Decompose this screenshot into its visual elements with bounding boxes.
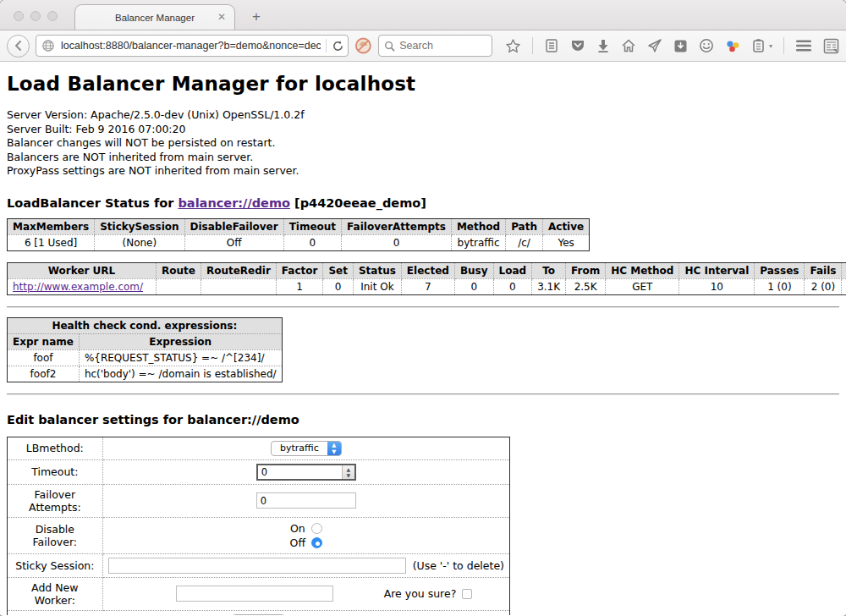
health-check-row-foof2: foof2 hc('body') =~ /domain is establish… xyxy=(8,366,283,382)
bookmark-star-icon[interactable] xyxy=(505,38,521,54)
cell-hc-method: GET xyxy=(606,278,679,294)
cell-elected: 7 xyxy=(401,278,454,294)
radio-on-label: On xyxy=(290,521,305,536)
container-icon[interactable] xyxy=(752,38,765,53)
timeout-input[interactable] xyxy=(258,465,342,479)
container-dropdown-caret[interactable]: ▾ xyxy=(769,42,772,50)
home-icon[interactable] xyxy=(621,38,636,53)
health-check-table: Health check cond. expressions: Expr nam… xyxy=(7,317,283,382)
loadbalancer-status-heading: LoadBalancer Status for balancer://demo … xyxy=(7,196,839,210)
persist-notice-line: Balancer changes will NOT be persisted o… xyxy=(7,136,839,151)
cell-maxmembers: 6 [1 Used] xyxy=(8,234,95,250)
submit-button[interactable]: Submit xyxy=(232,614,285,616)
pocket-icon[interactable] xyxy=(570,38,585,53)
col-fails: Fails xyxy=(805,262,842,278)
balancer-status-row: 6 [1 Used] (None) Off 0 0 bytraffic /c/ … xyxy=(8,234,590,250)
back-button[interactable] xyxy=(7,35,30,58)
col-passes: Passes xyxy=(755,262,805,278)
cell-path: /c/ xyxy=(506,234,543,250)
timeout-label: Timeout: xyxy=(8,459,103,484)
page-title: Load Balancer Manager for localhost xyxy=(7,73,839,95)
balancer-demo-link[interactable]: balancer://demo xyxy=(178,196,290,210)
disable-failover-label: Disable Failover: xyxy=(8,517,103,553)
reload-icon[interactable] xyxy=(332,40,344,52)
download-icon[interactable] xyxy=(596,39,610,52)
cell-busy: 0 xyxy=(454,278,493,294)
new-tab-button[interactable]: + xyxy=(247,8,266,25)
are-you-sure-checkbox[interactable] xyxy=(462,589,472,599)
health-check-row-foof: foof %{REQUEST_STATUS} =~ /^[234]/ xyxy=(8,349,283,366)
col-hc-uri: HC uri xyxy=(842,262,846,278)
lbmethod-select[interactable]: bytraffic ▲▼ xyxy=(271,441,342,456)
failover-attempts-row: Failover Attempts: xyxy=(8,484,510,517)
blocked-extension-icon[interactable] xyxy=(354,36,372,55)
col-set: Set xyxy=(323,262,354,278)
window-zoom-button[interactable] xyxy=(47,11,58,21)
worker-header-row: Worker URL Route RouteRedir Factor Set S… xyxy=(8,262,846,278)
col-timeout: Timeout xyxy=(283,218,341,234)
proxypass-notice-line: ProxyPass settings are NOT inherited fro… xyxy=(7,164,839,179)
failover-attempts-label: Failover Attempts: xyxy=(8,484,103,517)
add-worker-input[interactable] xyxy=(176,586,333,602)
radio-on[interactable] xyxy=(311,523,322,534)
back-arrow-icon xyxy=(13,40,25,52)
search-bar[interactable] xyxy=(378,35,492,57)
col-route: Route xyxy=(157,262,201,278)
cell-hc-uri xyxy=(842,278,846,294)
cell-from: 2.5K xyxy=(566,278,606,294)
col-failoverattempts: FailoverAttempts xyxy=(342,218,452,234)
cell-passes: 1 (0) xyxy=(755,278,805,294)
menu-hamburger-icon[interactable] xyxy=(795,39,812,52)
toolbar-icons: ▾ xyxy=(505,37,839,54)
sticky-session-input[interactable] xyxy=(108,558,406,574)
number-spinner-icon[interactable]: ▲▼ xyxy=(342,465,354,479)
timeout-input-wrap: ▲▼ xyxy=(256,464,356,481)
url-bar[interactable]: localhost:8880/balancer-manager?b=demo&n… xyxy=(36,35,349,57)
col-active: Active xyxy=(542,218,589,234)
are-you-sure-label: Are you sure? xyxy=(384,587,457,600)
tab-bar: Balancer Manager ✕ + xyxy=(0,0,846,30)
col-maxmembers: MaxMembers xyxy=(8,218,95,234)
save-to-device-icon[interactable] xyxy=(673,39,688,53)
page-content: Load Balancer Manager for localhost Serv… xyxy=(0,62,846,615)
search-input[interactable] xyxy=(399,40,484,52)
urlbar-separator xyxy=(326,39,327,52)
tab-balancer-manager[interactable]: Balancer Manager ✕ xyxy=(74,4,235,30)
lbmethod-row: LBmethod: bytraffic ▲▼ xyxy=(8,437,510,459)
browser-window: Balancer Manager ✕ + localhost:8880/bala… xyxy=(0,0,846,616)
reading-list-icon[interactable] xyxy=(544,38,559,53)
health-check-title-row: Health check cond. expressions: xyxy=(8,317,283,333)
add-worker-row: Add New Worker: Are you sure? xyxy=(8,577,510,610)
radio-off[interactable] xyxy=(311,537,322,548)
navigation-toolbar: localhost:8880/balancer-manager?b=demo&n… xyxy=(0,30,846,62)
cell-expression-2: hc('body') =~ /domain is established/ xyxy=(79,366,282,382)
radio-off-label: Off xyxy=(290,536,305,550)
col-expression: Expression xyxy=(79,333,282,349)
section-divider-1 xyxy=(7,306,839,308)
status-heading-suffix: [p4420eeae_demo] xyxy=(290,196,426,210)
tab-close-icon[interactable]: ✕ xyxy=(217,11,226,23)
health-check-header-row: Expr name Expression xyxy=(8,333,283,349)
worker-url-link[interactable]: http://www.example.com/ xyxy=(13,281,143,293)
url-text[interactable]: localhost:8880/balancer-manager?b=demo&n… xyxy=(61,40,321,52)
cell-hc-interval: 10 xyxy=(679,278,755,294)
cell-status: Init Ok xyxy=(353,278,401,294)
col-method: Method xyxy=(451,218,505,234)
multi-dots-extension-icon[interactable] xyxy=(725,38,741,54)
add-worker-label: Add New Worker: xyxy=(8,577,103,610)
window-minimize-button[interactable] xyxy=(30,11,41,21)
tab-groups-icon[interactable] xyxy=(823,38,839,54)
col-stickysession: StickySession xyxy=(95,218,184,234)
col-to: To xyxy=(532,262,566,278)
site-globe-icon xyxy=(41,39,55,52)
search-icon xyxy=(384,41,395,52)
tab-title: Balancer Manager xyxy=(115,13,195,23)
window-close-button[interactable] xyxy=(14,11,24,21)
send-page-icon[interactable] xyxy=(647,38,662,53)
balancer-status-header-row: MaxMembers StickySession DisableFailover… xyxy=(8,218,590,234)
cell-disablefailover: Off xyxy=(184,234,283,250)
feedback-smiley-icon[interactable] xyxy=(699,38,714,53)
cell-stickysession: (None) xyxy=(95,234,184,250)
cell-method: bytraffic xyxy=(451,234,505,250)
failover-attempts-input[interactable] xyxy=(256,492,356,509)
